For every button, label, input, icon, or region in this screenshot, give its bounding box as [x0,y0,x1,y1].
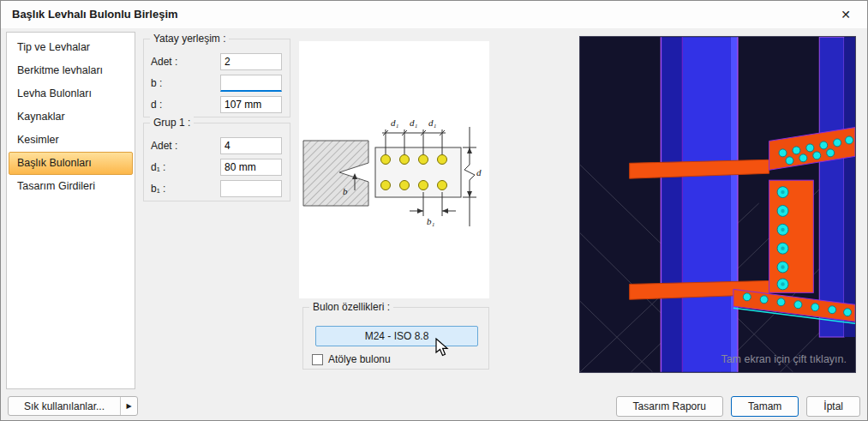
fullscreen-hint: Tam ekran için çift tıklayın. [721,353,847,365]
sidebar-item-tip-ve-levhalar[interactable]: Tip ve Levhalar [9,36,133,59]
group1-label-0: Adet : [151,140,220,152]
dim-d1-a: d₁ [391,117,399,128]
group1-label-1: d₁ : [151,161,220,173]
bolt-spec-button[interactable]: M24 - ISO 8.8 [315,326,478,346]
bolt-group-title: Bulon özellikleri : [309,301,393,313]
diagram-bolt [419,155,428,165]
horizontal-label-0: Adet : [151,56,220,68]
preview-3d [580,37,855,372]
favorites-label: Sık kullanılanlar... [9,400,120,412]
i-ptal-button[interactable]: İptal [806,396,860,417]
horizontal-label-1: b : [151,77,220,89]
horizontal-input-0[interactable] [220,53,282,70]
shop-bolt-checkbox[interactable] [312,354,323,365]
horizontal-layout-group: Yatay yerleşim : Adet :b :d : [143,39,290,117]
dim-d1-b: d₁ [410,117,418,128]
diagram-bolt [419,181,428,190]
group1-label-2: b₁ : [151,183,220,195]
diagram-bolt [438,155,447,165]
diagram-panel: b d₁ d₁ d₁ [299,41,489,298]
horizontal-row-0: Adet : [151,52,282,71]
group1-fields: Adet :d₁ :b₁ : [144,123,290,198]
horizontal-row-2: d : [151,95,282,114]
group1-row-1: d₁ : [151,158,282,177]
shop-bolt-label: Atölye bulonu [328,353,391,365]
connection-diagram: b d₁ d₁ d₁ [300,115,488,244]
group1-input-1[interactable] [220,159,282,176]
diagram-bolt [438,181,447,190]
shop-bolt-row: Atölye bulonu [312,353,391,365]
sidebar: Tip ve LevhalarBerkitme levhalarıLevha B… [6,32,135,389]
diagram-b-label: b [343,186,348,196]
dialog-window: Başlık Levhalı Bulonlu Birleşim ✕ Tip ve… [0,0,868,421]
horizontal-input-1[interactable] [220,75,282,92]
sidebar-item-levha-bulonları[interactable]: Levha Bulonları [9,82,133,105]
preview-panel[interactable]: Tam ekran için çift tıklayın. [579,36,856,373]
tamam-button[interactable]: Tamam [731,396,799,417]
sidebar-item-kesimler[interactable]: Kesimler [9,129,133,152]
footer-buttons: Tasarım RaporuTamamİptal [616,396,860,417]
end-plate [375,147,461,197]
diagram-bolt [381,181,391,190]
group1-row-2: b₁ : [151,179,282,198]
tasarım-raporu-button[interactable]: Tasarım Raporu [616,396,723,417]
group1-input-0[interactable] [220,137,282,154]
column-member [661,37,737,372]
dialog-title: Başlık Levhalı Bulonlu Birleşim [12,1,178,28]
dim-b1-label: b₁ [427,216,435,226]
sidebar-item-kaynaklar[interactable]: Kaynaklar [9,105,133,129]
diagram-bolt [400,181,410,190]
title-bar: Başlık Levhalı Bulonlu Birleşim ✕ [1,1,867,28]
diagram-bolt [381,155,391,165]
close-icon[interactable]: ✕ [833,4,859,25]
horizontal-group-fields: Adet :b :d : [144,39,290,114]
horizontal-label-2: d : [151,99,220,111]
sidebar-item-berkitme-levhaları[interactable]: Berkitme levhaları [9,59,133,82]
diagram-bolt [400,155,410,165]
beam-section [303,141,368,206]
dim-d-label: d [476,167,482,177]
group1-input-2[interactable] [220,180,282,197]
sidebar-list: Tip ve LevhalarBerkitme levhalarıLevha B… [7,36,135,198]
favorites-button[interactable]: Sık kullanılanlar... ▶ [8,396,138,416]
horizontal-input-2[interactable] [220,96,282,113]
favorites-arrow-icon[interactable]: ▶ [120,397,137,415]
sidebar-item-tasarım-girdileri[interactable]: Tasarım Girdileri [9,175,133,198]
sidebar-item-başlık-bulonları[interactable]: Başlık Bulonları [9,152,133,175]
group1-title: Grup 1 : [150,117,194,129]
horizontal-row-1: b : [151,74,282,93]
bolt-properties-group: Bulon özellikleri : M24 - ISO 8.8 Atölye… [302,307,489,370]
horizontal-group-title: Yatay yerleşim : [150,33,229,45]
beam-member [819,37,844,337]
end-plate-3d [769,180,814,292]
group1-row-0: Adet : [151,136,282,155]
group1-group: Grup 1 : Adet :d₁ :b₁ : [143,123,290,201]
dim-d1-c: d₁ [428,117,437,128]
